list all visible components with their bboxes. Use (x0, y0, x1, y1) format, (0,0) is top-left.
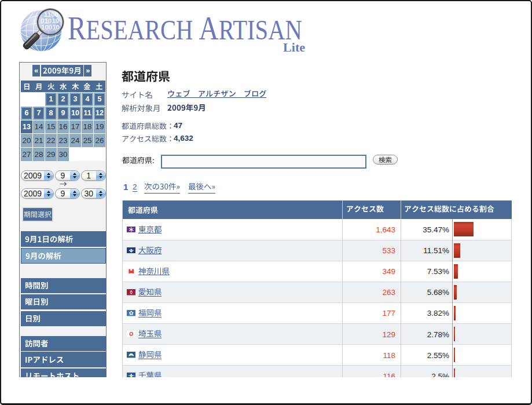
svg-text:10010: 10010 (41, 24, 60, 31)
